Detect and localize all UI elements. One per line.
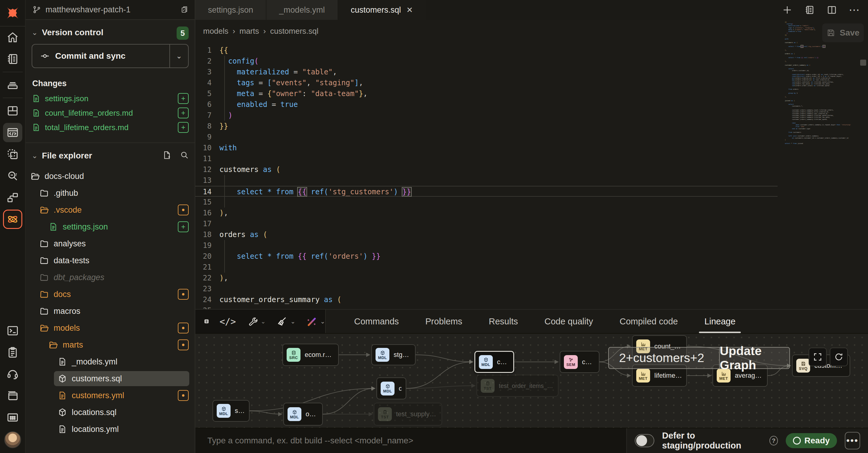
lineage-fullscreen-button[interactable]	[809, 348, 827, 366]
panel-tab-compiled-code[interactable]: Compiled code	[607, 310, 691, 333]
file-tree-item-.vscode[interactable]: .vscode	[26, 201, 195, 218]
file-tree-item-docs-cloud[interactable]: docs-cloud	[26, 168, 195, 185]
file-explorer-section-header[interactable]: ⌄ File explorer	[26, 143, 195, 166]
status-circle-icon	[793, 437, 801, 445]
close-tab-icon[interactable]: ✕	[406, 5, 413, 15]
build-wrench-button[interactable]: ⌄	[246, 315, 266, 327]
file-tree-item-customers.yml[interactable]: customers.yml	[26, 387, 195, 404]
defer-label: Defer to staging/production	[662, 431, 762, 451]
save-button[interactable]: Save	[822, 24, 864, 42]
panel-tab-code-quality[interactable]: Code quality	[531, 310, 606, 333]
format-broom-button[interactable]: ⌄	[276, 315, 296, 327]
lineage-node-ecom.raw_customers[interactable]: SRC ecom.raw_customers	[282, 344, 339, 366]
breadcrumb-segment[interactable]: marts	[240, 27, 259, 36]
tasks-clipboard-icon[interactable]	[3, 343, 22, 362]
stage-file-plus-icon[interactable]: +	[178, 122, 189, 133]
version-control-section-header[interactable]: ⌄ Version control 5	[26, 20, 195, 43]
orchestration-flow-icon[interactable]	[3, 188, 22, 207]
split-editor-icon[interactable]	[827, 4, 837, 15]
file-tree-item-dbt_packages[interactable]: dbt_packages	[26, 269, 195, 286]
lineage-node-customers[interactable]: MDL customers	[474, 351, 514, 373]
copilot-wand-button[interactable]: ⌄	[306, 315, 325, 327]
breadcrumb-segment[interactable]: customers.sql	[270, 27, 318, 36]
terminal-icon[interactable]	[3, 321, 22, 341]
apps-window-icon[interactable]	[3, 408, 22, 427]
tab-customers.sql[interactable]: customers.sql✕	[338, 0, 426, 20]
lineage-selector-input[interactable]: 2+customers+2	[609, 348, 720, 368]
tab-label: customers.sql	[351, 5, 401, 15]
editor-scrollbar-thumb[interactable]	[860, 60, 866, 66]
changed-file-row[interactable]: count_lifetime_orders.md +	[26, 106, 195, 120]
lineage-node-order_items[interactable]: MDL order_items	[283, 403, 323, 426]
status-more-button[interactable]: •••	[845, 432, 860, 449]
support-headset-icon[interactable]	[3, 364, 22, 384]
code-line: 19	[195, 240, 868, 251]
breadcrumb-segment[interactable]: models	[203, 27, 228, 36]
indent-guide	[224, 175, 225, 186]
lineage-node-test_supply_costs_sum_correctly[interactable]: TST test_supply_costs_sum_correctly	[374, 403, 442, 426]
file-icon	[32, 123, 41, 132]
commit-and-sync-button[interactable]: Commit and sync ⌄	[32, 44, 189, 68]
dbt-logo[interactable]	[0, 0, 25, 27]
search-icon[interactable]	[180, 150, 189, 160]
file-tree-item-locations.yml[interactable]: locations.yml	[26, 421, 195, 438]
file-tree-item-_models.yml[interactable]: _models.yml	[26, 353, 195, 370]
explore-search-icon[interactable]	[3, 166, 22, 186]
indent-guide	[224, 251, 225, 262]
code-region[interactable]: 1{{2 config(3 materialized = "table",4 t…	[195, 42, 868, 309]
file-tree-item-docs[interactable]: docs	[26, 286, 195, 303]
tab-_models.yml[interactable]: _models.yml	[267, 0, 338, 20]
docs-notebook-icon[interactable]	[3, 50, 22, 69]
code-icon[interactable]: </>	[220, 316, 236, 327]
file-tree-item-customers.sql[interactable]: customers.sql	[26, 370, 195, 387]
more-actions-icon[interactable]: ⋯	[849, 4, 860, 16]
indent-guide	[224, 187, 225, 196]
file-tree-item-data-tests[interactable]: data-tests	[26, 252, 195, 269]
update-graph-button[interactable]: Update Graph	[720, 348, 789, 368]
code-text: materialized = "table",	[219, 67, 337, 77]
outline-notebook-icon[interactable]	[804, 4, 815, 15]
file-tree-item-locations.sql[interactable]: locations.sql	[26, 404, 195, 421]
lineage-canvas[interactable]: 2+customers+2 Update Graph SRC ecom.raw_…	[195, 334, 868, 428]
file-tree-item-macros[interactable]: macros	[26, 303, 195, 320]
browser-windows-icon[interactable]	[3, 386, 22, 406]
changed-file-row[interactable]: settings.json +	[26, 91, 195, 106]
panel-tab-results[interactable]: Results	[475, 310, 531, 333]
panel-tab-problems[interactable]: Problems	[412, 310, 475, 333]
panel-tab-lineage[interactable]: Lineage	[691, 310, 749, 333]
file-tree-item-.github[interactable]: .github	[26, 185, 195, 201]
copilot-atom-icon[interactable]	[3, 209, 22, 229]
file-tree-item-marts[interactable]: marts	[26, 336, 195, 353]
environments-icon[interactable]	[3, 75, 22, 95]
command-input[interactable]: Type a command, ex. dbt build --select <…	[195, 428, 627, 453]
changed-file-row[interactable]: total_lifetime_orders.md +	[26, 120, 195, 135]
lineage-node-customers[interactable]: SEM customers	[560, 351, 599, 373]
tab-settings.json[interactable]: settings.json	[195, 0, 267, 20]
lineage-refresh-button[interactable]	[830, 348, 848, 366]
dashboard-grid-icon[interactable]	[3, 101, 22, 121]
user-avatar[interactable]	[4, 431, 21, 448]
panel-tab-commands[interactable]: Commands	[341, 310, 412, 333]
file-tree-item-analyses[interactable]: analyses	[26, 235, 195, 252]
lineage-node-test_order_items_compute_to_bools[interactable]: TST test_order_items_compute_to_bools_co…	[476, 375, 558, 397]
lineage-node-orders[interactable]: MDL orders	[376, 378, 406, 399]
copy-outline-icon[interactable]	[3, 144, 22, 164]
home-icon[interactable]	[3, 28, 22, 47]
code-editor[interactable]: models›marts›customers.sql Save 1{{2 con…	[195, 20, 868, 309]
copy-branch-icon[interactable]	[179, 5, 188, 14]
lineage-node-stg_customers[interactable]: MDL stg_customers	[371, 344, 415, 365]
table-preview-icon[interactable]	[204, 315, 210, 328]
file-tree-item-models[interactable]: models	[26, 320, 195, 336]
folder-icon	[39, 188, 49, 198]
stage-file-plus-icon[interactable]: +	[178, 93, 189, 104]
ide-code-icon[interactable]	[3, 123, 22, 142]
commit-options-caret[interactable]: ⌄	[169, 44, 188, 67]
new-tab-plus-icon[interactable]	[782, 4, 793, 15]
help-question-icon[interactable]: ?	[770, 436, 778, 446]
git-branch-header[interactable]: matthewshaver-patch-1	[26, 0, 195, 20]
lineage-node-stg_orders[interactable]: MDL stg_orders	[213, 400, 250, 422]
stage-file-plus-icon[interactable]: +	[178, 107, 189, 118]
new-file-icon[interactable]	[162, 150, 172, 160]
file-tree-item-settings.json[interactable]: settings.json+	[26, 218, 195, 235]
defer-toggle[interactable]	[635, 434, 654, 447]
